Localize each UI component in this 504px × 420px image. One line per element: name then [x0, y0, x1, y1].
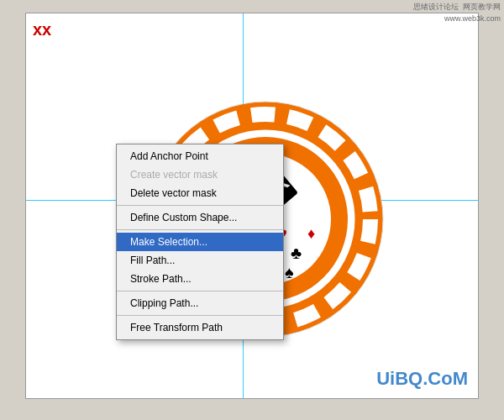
context-menu[interactable]: Add Anchor Point Create vector mask Dele… — [116, 144, 284, 340]
canvas-area: xx ♥ ♣ ♦ — [0, 0, 504, 420]
separator-1 — [117, 205, 283, 206]
menu-fill-path[interactable]: Fill Path... — [117, 251, 283, 270]
watermark-line1: 思绪设计论坛 网页教学网 — [413, 2, 501, 13]
xx-label: xx — [33, 20, 51, 39]
menu-free-transform[interactable]: Free Transform Path — [117, 318, 283, 337]
menu-delete-vector[interactable]: Delete vector mask — [117, 184, 283, 202]
menu-clipping-path[interactable]: Clipping Path... — [117, 294, 283, 312]
separator-4 — [117, 315, 283, 316]
watermark-line2: www.web3k.com — [413, 13, 501, 25]
separator-2 — [117, 229, 283, 230]
separator-3 — [117, 291, 283, 291]
watermark-bottom: UiBQ.CoM — [376, 368, 468, 390]
svg-text:♦: ♦ — [307, 225, 315, 242]
menu-stroke-path[interactable]: Stroke Path... — [117, 270, 283, 288]
watermark-top: 思绪设计论坛 网页教学网 www.web3k.com — [413, 2, 501, 24]
menu-make-selection[interactable]: Make Selection... — [117, 233, 283, 251]
menu-create-vector[interactable]: Create vector mask — [117, 165, 283, 184]
svg-text:♣: ♣ — [291, 244, 302, 262]
white-canvas: xx ♥ ♣ ♦ — [25, 13, 479, 399]
menu-add-anchor[interactable]: Add Anchor Point — [117, 147, 283, 165]
svg-text:♠: ♠ — [285, 263, 294, 281]
menu-define-shape[interactable]: Define Custom Shape... — [117, 208, 283, 227]
